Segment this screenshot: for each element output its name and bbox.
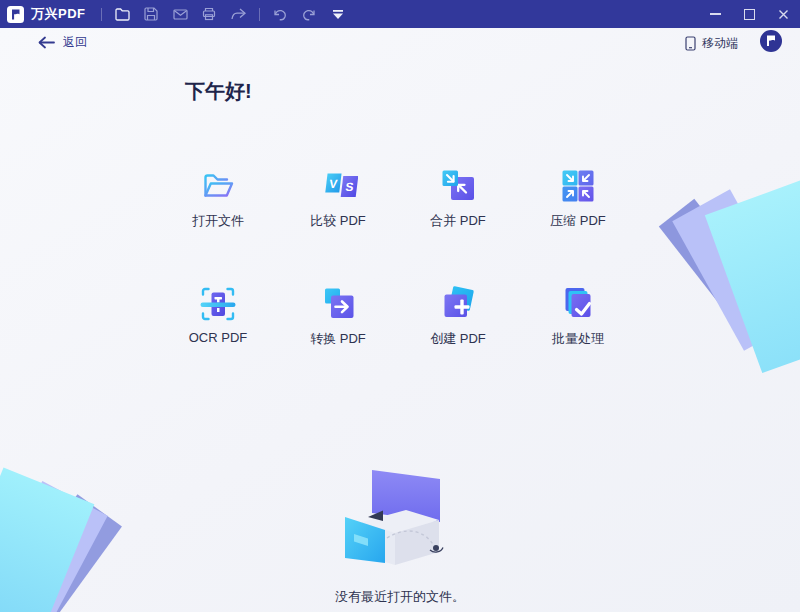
close-icon [778, 9, 789, 20]
toolbar-separator [101, 8, 102, 21]
action-ocr-pdf[interactable]: OCR PDF [158, 284, 278, 402]
mobile-label: 移动端 [702, 35, 738, 52]
action-label: 压缩 PDF [550, 212, 606, 230]
ocr-pdf-icon [198, 284, 238, 324]
account-badge[interactable] [760, 30, 782, 52]
action-compare-pdf[interactable]: V S 比较 PDF [278, 166, 398, 284]
titlebar: 万兴PDF [0, 0, 800, 28]
maximize-icon [744, 9, 755, 20]
back-label: 返回 [63, 34, 87, 51]
titlebar-left: 万兴PDF [0, 0, 353, 28]
action-label: 比较 PDF [310, 212, 366, 230]
back-button[interactable]: 返回 [38, 34, 87, 51]
action-merge-pdf[interactable]: 合并 PDF [398, 166, 518, 284]
action-label: 合并 PDF [430, 212, 486, 230]
decor-sheet [659, 199, 768, 321]
open-folder-icon[interactable] [108, 0, 137, 28]
home-panel: 返回 移动端 下午好! 打开文件 [0, 28, 800, 612]
greeting-heading: 下午好! [185, 78, 252, 105]
action-label: 打开文件 [192, 212, 244, 230]
svg-text:S: S [345, 180, 355, 194]
back-arrow-icon [38, 36, 55, 49]
empty-box-illustration [322, 460, 482, 584]
action-label: 转换 PDF [310, 330, 366, 348]
app-title: 万兴PDF [31, 5, 86, 23]
action-compress-pdf[interactable]: 压缩 PDF [518, 166, 638, 284]
minimize-icon [710, 13, 721, 15]
convert-pdf-icon [318, 284, 358, 324]
redo-icon[interactable] [295, 0, 324, 28]
maximize-button[interactable] [732, 0, 766, 28]
merge-pdf-icon [438, 166, 478, 206]
compress-pdf-icon [558, 166, 598, 206]
create-pdf-icon [438, 284, 478, 324]
toolbar-separator [259, 8, 260, 21]
svg-text:V: V [328, 177, 338, 191]
action-grid: 打开文件 V S [158, 166, 638, 402]
empty-state-message: 没有最近打开的文件。 [0, 588, 800, 606]
brand-badge-icon [760, 30, 782, 52]
action-convert-pdf[interactable]: 转换 PDF [278, 284, 398, 402]
open-file-icon [198, 166, 238, 206]
email-icon[interactable] [166, 0, 195, 28]
minimize-button[interactable] [698, 0, 732, 28]
action-create-pdf[interactable]: 创建 PDF [398, 284, 518, 402]
print-icon[interactable] [195, 0, 224, 28]
phone-icon [685, 36, 696, 51]
action-label: OCR PDF [189, 330, 248, 345]
save-icon[interactable] [137, 0, 166, 28]
pdfelement-window: 万兴PDF [0, 0, 800, 612]
decor-sheet [705, 175, 800, 373]
undo-icon[interactable] [266, 0, 295, 28]
action-batch-process[interactable]: 批量处理 [518, 284, 638, 402]
mobile-link[interactable]: 移动端 [685, 35, 738, 52]
batch-process-icon [558, 284, 598, 324]
action-label: 批量处理 [552, 330, 604, 348]
compare-pdf-icon: V S [318, 166, 358, 206]
window-controls [698, 0, 800, 28]
app-logo-icon [7, 6, 24, 23]
close-button[interactable] [766, 0, 800, 28]
decor-sheet [672, 189, 800, 350]
action-label: 创建 PDF [430, 330, 486, 348]
share-icon[interactable] [224, 0, 253, 28]
collapse-toolbar-icon[interactable] [324, 0, 353, 28]
action-open-file[interactable]: 打开文件 [158, 166, 278, 284]
